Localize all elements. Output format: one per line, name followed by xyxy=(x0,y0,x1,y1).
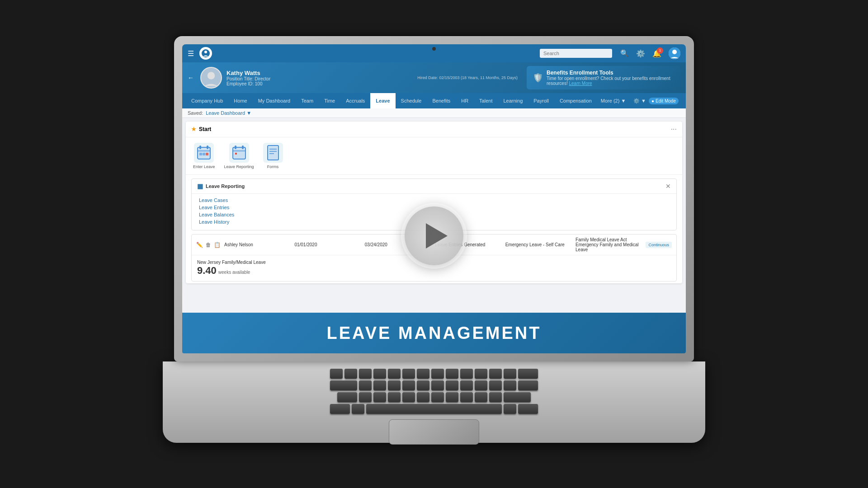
svg-rect-21 xyxy=(268,145,278,160)
employee-cell: Ashley Nelson xyxy=(224,242,291,247)
tab-benefits[interactable]: Benefits xyxy=(427,93,456,108)
laptop-lid: ☰ 🔍 ⚙️ 🔔 xyxy=(174,36,694,361)
back-arrow-icon[interactable]: ← xyxy=(188,74,194,81)
screen-content: ☰ 🔍 ⚙️ 🔔 xyxy=(182,44,686,353)
leave-cases-link[interactable]: Leave Cases xyxy=(199,197,669,203)
tab-company-hub[interactable]: Company Hub xyxy=(186,93,228,108)
profile-employee-id: Employee ID: 100 xyxy=(226,81,413,86)
tab-payroll[interactable]: Payroll xyxy=(528,93,554,108)
search-icon[interactable]: 🔍 xyxy=(620,49,629,57)
play-button-container[interactable] xyxy=(405,206,463,265)
quick-icons-row: Enter Leave xyxy=(186,137,682,175)
key xyxy=(504,369,516,379)
key xyxy=(402,369,415,379)
copy-icon[interactable]: 📋 xyxy=(214,242,221,248)
keyboard-row-4 xyxy=(330,404,538,414)
quick-icon-enter-leave[interactable]: Enter Leave xyxy=(193,143,215,169)
edit-mode-toggle[interactable]: ● Edit Mode xyxy=(649,98,679,104)
learn-more-link[interactable]: Learn More xyxy=(569,81,592,86)
quick-icon-forms[interactable]: Forms xyxy=(263,143,283,169)
key xyxy=(446,380,458,390)
saved-label: Saved: xyxy=(188,110,203,116)
svg-rect-12 xyxy=(203,153,205,155)
svg-rect-9 xyxy=(207,145,208,149)
edit-icon[interactable]: ✏️ xyxy=(196,242,203,248)
key xyxy=(359,380,372,390)
tab-home[interactable]: Home xyxy=(228,93,252,108)
key xyxy=(460,392,473,402)
key xyxy=(518,380,538,390)
notification-badge: 1 xyxy=(657,47,663,54)
app-ui: ☰ 🔍 ⚙️ 🔔 xyxy=(182,44,686,353)
key xyxy=(330,369,343,379)
tab-hr[interactable]: HR xyxy=(456,93,474,108)
key xyxy=(359,369,372,379)
navigation-tabs: Company Hub Home My Dashboard Team Time … xyxy=(182,93,686,108)
leave-reporting-label: Leave Reporting xyxy=(224,164,254,169)
key xyxy=(489,369,502,379)
key xyxy=(352,404,364,414)
tab-accruals[interactable]: Accruals xyxy=(340,93,370,108)
enter-leave-label: Enter Leave xyxy=(193,164,215,169)
key xyxy=(431,392,444,402)
enrollment-text: Time for open enrollment? Check out your… xyxy=(547,76,674,86)
action-icons[interactable]: ✏️ 🗑 📋 xyxy=(196,242,221,248)
widget-more-icon[interactable]: ··· xyxy=(671,125,677,133)
key xyxy=(475,392,487,402)
svg-rect-8 xyxy=(199,145,201,149)
camera-dot xyxy=(432,47,436,51)
tab-talent[interactable]: Talent xyxy=(474,93,498,108)
key xyxy=(388,392,401,402)
play-button[interactable] xyxy=(405,206,463,265)
key xyxy=(417,392,429,402)
keyboard-rows xyxy=(321,365,547,418)
main-content: ★ Start ··· xyxy=(182,118,686,353)
tab-leave[interactable]: Leave xyxy=(370,93,395,108)
key xyxy=(475,380,487,390)
panel-header: ▦ Leave Reporting ✕ xyxy=(192,179,676,194)
svg-point-5 xyxy=(208,72,215,80)
enrollment-banner[interactable]: 🛡️ Benefits Enrollment Tools Time for op… xyxy=(527,66,680,89)
leave-balance-unit: weeks available xyxy=(218,270,250,275)
hamburger-menu-icon[interactable]: ☰ xyxy=(188,49,194,58)
key xyxy=(330,380,357,390)
key xyxy=(330,404,350,414)
tab-team[interactable]: Team xyxy=(296,93,319,108)
trackpad[interactable] xyxy=(389,419,479,445)
tab-more[interactable]: More (2) ▼ xyxy=(597,98,629,103)
quick-icon-leave-reporting[interactable]: Leave Reporting xyxy=(224,143,254,169)
widget-title: ★ Start xyxy=(191,126,211,132)
key xyxy=(489,392,502,402)
tab-learning[interactable]: Learning xyxy=(498,93,528,108)
svg-rect-17 xyxy=(242,145,244,149)
tab-time[interactable]: Time xyxy=(319,93,340,108)
key xyxy=(373,369,386,379)
keyboard-row-3 xyxy=(330,392,538,402)
delete-icon[interactable]: 🗑 xyxy=(206,242,211,248)
leave-management-banner: LEAVE MANAGEMENT xyxy=(182,313,686,353)
panel-close-icon[interactable]: ✕ xyxy=(665,183,671,190)
notification-icon[interactable]: 🔔 1 xyxy=(652,49,661,58)
gear-settings-icon[interactable]: ⚙️ ▼ xyxy=(633,98,646,104)
key xyxy=(475,369,487,379)
forms-icon xyxy=(263,143,283,163)
tab-my-dashboard[interactable]: My Dashboard xyxy=(253,93,296,108)
search-input[interactable] xyxy=(540,49,612,58)
key xyxy=(417,380,429,390)
user-avatar[interactable] xyxy=(669,47,680,59)
profile-hire-info: Hired Date: 02/15/2003 (18 Years, 11 Mon… xyxy=(417,75,518,80)
tab-schedule[interactable]: Schedule xyxy=(396,93,427,108)
leave-type-label: New Jersey Family/Medical Leave xyxy=(197,260,266,265)
key xyxy=(402,380,415,390)
spacebar-key xyxy=(366,404,502,414)
dashboard-dropdown[interactable]: Leave Dashboard ▼ xyxy=(206,110,251,116)
key xyxy=(344,369,357,379)
laptop-shell: ☰ 🔍 ⚙️ 🔔 xyxy=(140,36,728,452)
key xyxy=(504,380,516,390)
start-date-cell: 01/01/2020 xyxy=(294,242,361,247)
panel-icon: ▦ xyxy=(197,183,203,190)
tab-compensation[interactable]: Compensation xyxy=(554,93,597,108)
settings-icon[interactable]: ⚙️ xyxy=(636,49,645,58)
key xyxy=(337,392,357,402)
key xyxy=(446,369,458,379)
